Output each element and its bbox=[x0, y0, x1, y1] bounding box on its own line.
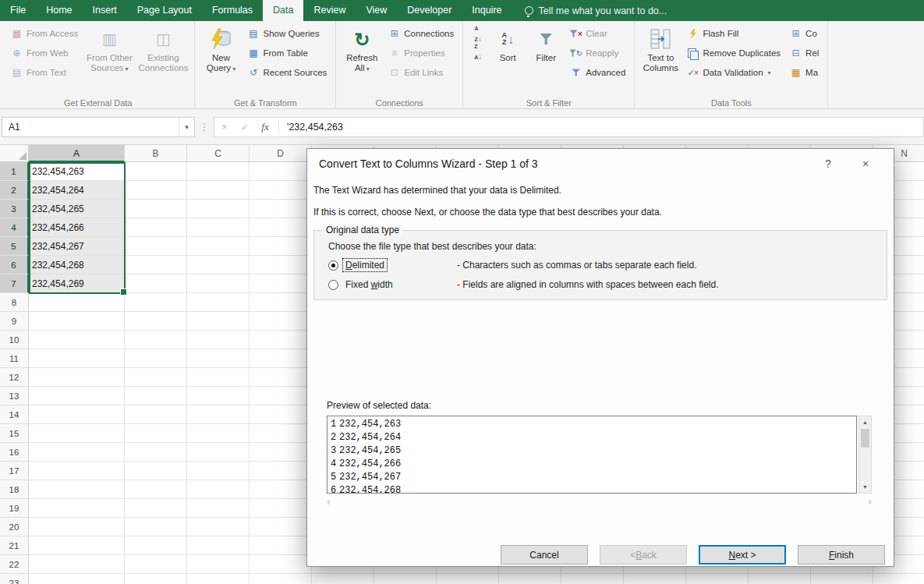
ribbon-tab-home[interactable]: Home bbox=[36, 0, 82, 21]
ribbon-tab-data[interactable]: Data bbox=[263, 0, 303, 21]
cell-F23[interactable] bbox=[374, 574, 437, 584]
cell-A3[interactable]: 232,454,265 bbox=[29, 200, 125, 218]
properties-button[interactable]: Properties bbox=[384, 44, 457, 62]
sort-button[interactable]: Sort bbox=[490, 24, 526, 63]
cell-N23[interactable] bbox=[873, 574, 924, 584]
row-header-5[interactable]: 5 bbox=[0, 237, 29, 256]
cell-B11[interactable] bbox=[125, 349, 187, 368]
ribbon-tab-inquire[interactable]: Inquire bbox=[462, 0, 512, 21]
cell-D6[interactable] bbox=[250, 256, 312, 274]
cell-D5[interactable] bbox=[250, 237, 312, 256]
advanced-filter-button[interactable]: Advanced bbox=[566, 64, 628, 81]
cell-D11[interactable] bbox=[250, 349, 312, 368]
ribbon-tab-developer[interactable]: Developer bbox=[397, 0, 462, 21]
cell-M23[interactable] bbox=[811, 574, 873, 584]
cell-C16[interactable] bbox=[187, 443, 250, 462]
cell-C17[interactable] bbox=[187, 462, 250, 480]
row-header-15[interactable]: 15 bbox=[0, 424, 29, 443]
cell-C19[interactable] bbox=[187, 499, 250, 518]
cell-D3[interactable] bbox=[250, 200, 312, 218]
insert-function-icon[interactable]: fx bbox=[255, 121, 275, 133]
edit-links-button[interactable]: Edit Links bbox=[384, 64, 457, 81]
cell-B19[interactable] bbox=[125, 499, 187, 518]
cell-H23[interactable] bbox=[499, 574, 561, 584]
ribbon-tab-insert[interactable]: Insert bbox=[83, 0, 127, 21]
cell-C5[interactable] bbox=[187, 237, 250, 256]
cell-C10[interactable] bbox=[187, 331, 250, 349]
column-header-A[interactable]: A bbox=[29, 145, 125, 162]
cell-C12[interactable] bbox=[187, 368, 250, 387]
row-header-14[interactable]: 14 bbox=[0, 405, 29, 424]
cell-C7[interactable] bbox=[187, 274, 250, 293]
from-text-button[interactable]: From Text bbox=[7, 64, 81, 81]
cell-B9[interactable] bbox=[125, 312, 187, 331]
cell-C4[interactable] bbox=[187, 218, 250, 237]
cell-D14[interactable] bbox=[250, 405, 312, 424]
tell-me-box[interactable]: Tell me what you want to do... bbox=[525, 0, 667, 21]
ribbon-tab-file[interactable]: File bbox=[0, 0, 36, 21]
cell-B4[interactable] bbox=[125, 218, 187, 237]
cell-C15[interactable] bbox=[187, 424, 250, 443]
cell-C22[interactable] bbox=[187, 555, 250, 574]
cell-G23[interactable] bbox=[437, 574, 499, 584]
cell-D7[interactable] bbox=[250, 274, 312, 293]
cell-A12[interactable] bbox=[29, 368, 125, 387]
cell-C1[interactable] bbox=[187, 162, 250, 181]
workbook-connections-button[interactable]: Connections bbox=[384, 25, 457, 42]
cell-D16[interactable] bbox=[250, 443, 312, 462]
cell-A23[interactable] bbox=[29, 574, 125, 584]
cell-A21[interactable] bbox=[29, 536, 125, 555]
cell-B23[interactable] bbox=[125, 574, 187, 584]
cell-B18[interactable] bbox=[125, 480, 187, 499]
cell-A13[interactable] bbox=[29, 387, 125, 405]
scroll-thumb[interactable] bbox=[861, 429, 869, 448]
cell-B15[interactable] bbox=[125, 424, 187, 443]
cell-D20[interactable] bbox=[250, 518, 312, 536]
row-header-17[interactable]: 17 bbox=[0, 462, 29, 480]
filter-button[interactable]: Filter bbox=[528, 24, 564, 63]
cell-A15[interactable] bbox=[29, 424, 125, 443]
cell-C18[interactable] bbox=[187, 480, 250, 499]
cell-C6[interactable] bbox=[187, 256, 250, 274]
cell-B8[interactable] bbox=[125, 293, 187, 312]
cell-B14[interactable] bbox=[125, 405, 187, 424]
scroll-track[interactable] bbox=[859, 448, 871, 481]
cell-I23[interactable] bbox=[561, 574, 624, 584]
cell-B16[interactable] bbox=[125, 443, 187, 462]
reapply-button[interactable]: Reapply bbox=[566, 44, 628, 62]
flash-fill-button[interactable]: Flash Fill bbox=[683, 25, 784, 42]
column-header-D[interactable]: D bbox=[250, 145, 312, 162]
scroll-right-icon[interactable] bbox=[868, 497, 872, 506]
scroll-up-icon[interactable] bbox=[859, 416, 871, 428]
cell-L23[interactable] bbox=[749, 574, 811, 584]
recent-sources-button[interactable]: Recent Sources bbox=[243, 64, 330, 81]
cell-B6[interactable] bbox=[125, 256, 187, 274]
ribbon-tab-review[interactable]: Review bbox=[303, 0, 356, 21]
row-header-4[interactable]: 4 bbox=[0, 218, 29, 237]
ribbon-tab-view[interactable]: View bbox=[356, 0, 397, 21]
cell-B5[interactable] bbox=[125, 237, 187, 256]
from-access-button[interactable]: From Access bbox=[7, 25, 81, 42]
fixed-width-radio[interactable] bbox=[328, 280, 338, 290]
dialog-close-button[interactable]: × bbox=[858, 158, 873, 170]
cell-A20[interactable] bbox=[29, 518, 125, 536]
clear-filter-button[interactable]: Clear bbox=[566, 25, 628, 42]
cell-C20[interactable] bbox=[187, 518, 250, 536]
cell-B2[interactable] bbox=[125, 181, 187, 200]
cell-A4[interactable]: 232,454,266 bbox=[29, 218, 125, 237]
row-header-11[interactable]: 11 bbox=[0, 349, 29, 368]
fixed-width-radio-label[interactable]: Fixed width bbox=[343, 278, 395, 291]
cell-D12[interactable] bbox=[250, 368, 312, 387]
cell-B7[interactable] bbox=[125, 274, 187, 293]
row-header-16[interactable]: 16 bbox=[0, 443, 29, 462]
cell-D15[interactable] bbox=[250, 424, 312, 443]
from-other-sources-button[interactable]: From Other Sources▾ bbox=[83, 24, 135, 74]
name-box[interactable]: A1 bbox=[2, 117, 195, 137]
column-header-B[interactable]: B bbox=[125, 145, 187, 162]
row-header-3[interactable]: 3 bbox=[0, 200, 29, 218]
sort-ascending-button[interactable] bbox=[469, 25, 487, 41]
cell-B10[interactable] bbox=[125, 331, 187, 349]
cell-D2[interactable] bbox=[250, 181, 312, 200]
cell-J23[interactable] bbox=[624, 574, 686, 584]
row-header-22[interactable]: 22 bbox=[0, 555, 29, 574]
